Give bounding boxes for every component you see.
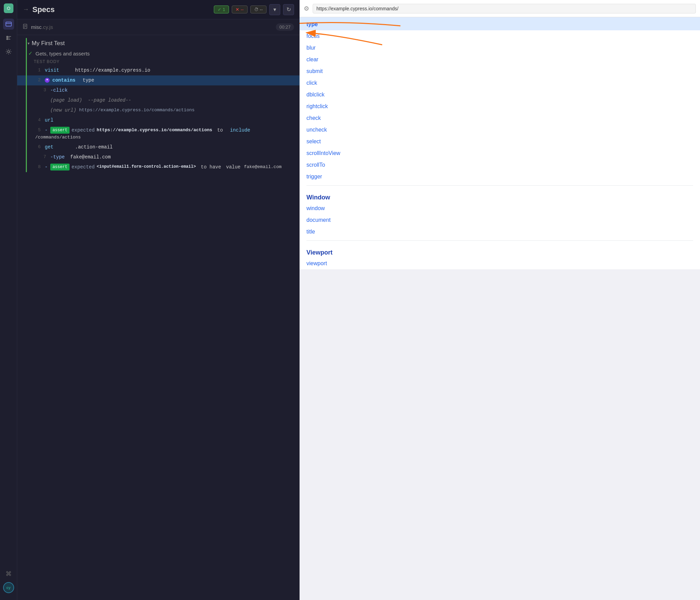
svg-point-6 (7, 37, 8, 39)
commands-panel: type focus blur clear submit click (300, 17, 700, 338)
cmd-row-contains[interactable]: 2 ● contains type (17, 75, 300, 85)
spec-timer: 00:27 (276, 23, 294, 31)
page-title: Specs (32, 5, 55, 14)
back-arrow-icon: → (23, 6, 29, 13)
test-panel: → Specs ✓ 1 ✕ -- ⏱ -- ▾ ↻ (17, 0, 300, 600)
suite-name: My First Test (32, 40, 65, 47)
test-case-name: Gets, types and asserts (35, 51, 90, 56)
test-case-header[interactable]: ✓ Gets, types and asserts (17, 49, 300, 58)
cmd-row-get[interactable]: 6 get .action-email (17, 142, 300, 152)
commands-list-container: type focus blur clear submit click (300, 17, 700, 600)
browser-url-input[interactable] (313, 4, 696, 13)
suite-header[interactable]: ▾ My First Test (17, 38, 300, 49)
spec-filename: misc.cy.js (31, 24, 53, 30)
cmd-item-title[interactable]: title (300, 226, 700, 238)
svg-point-8 (8, 51, 10, 53)
settings-icon[interactable] (3, 46, 14, 57)
pass-check-icon: ✓ (28, 50, 33, 56)
spec-label-row: misc.cy.js 00:27 (17, 19, 300, 35)
test-tree: ▾ My First Test ✓ Gets, types and assert… (17, 35, 300, 600)
viewport-section-header: Viewport (300, 244, 700, 258)
cmd-row-click[interactable]: 3 -click (17, 85, 300, 95)
cypress-logo-icon[interactable]: cy (3, 582, 14, 593)
cmd-row-type[interactable]: 7 -type fake@email.com (17, 152, 300, 162)
svg-point-7 (7, 39, 8, 40)
cmd-item-focus[interactable]: focus (300, 30, 700, 42)
top-header: → Specs ✓ 1 ✕ -- ⏱ -- ▾ ↻ (17, 0, 300, 19)
header-controls: ✓ 1 ✕ -- ⏱ -- ▾ ↻ (214, 4, 294, 15)
cmd-item-check[interactable]: check (300, 112, 700, 124)
cmd-row-url[interactable]: 4 url (17, 115, 300, 125)
window-section-header: Window (300, 188, 700, 203)
app-logo: ⬡ (4, 3, 13, 13)
refresh-button[interactable]: ↻ (283, 4, 294, 15)
cmd-item-submit[interactable]: submit (300, 65, 700, 77)
pin-icon: ● (45, 78, 50, 83)
green-bar (26, 38, 27, 172)
cmd-row-page-load: (page load) --page loaded-- (17, 95, 300, 105)
cmd-item-document[interactable]: document (300, 214, 700, 226)
svg-point-5 (7, 36, 8, 37)
cmd-item-rightclick[interactable]: rightclick (300, 101, 700, 112)
icon-bar: ⬡ ⌘ cy (0, 0, 17, 600)
test-list-icon[interactable] (3, 32, 14, 43)
check-icon: ✓ (218, 7, 221, 12)
cmd-row-new-url: (new url) https://example.cypress.io/com… (17, 105, 300, 115)
cmd-item-click[interactable]: click (300, 77, 700, 89)
cmd-item-dblclick[interactable]: dblclick (300, 89, 700, 101)
test-body-label: TEST BODY (17, 58, 300, 65)
cmd-item-uncheck[interactable]: uncheck (300, 124, 700, 136)
cmd-item-viewport[interactable]: viewport (300, 258, 700, 269)
bottom-gray-area (300, 269, 700, 338)
x-icon: ✕ (236, 7, 239, 12)
browser-bar: ⚙ (300, 0, 700, 17)
browser-nav-icon[interactable] (3, 19, 14, 30)
divider-1 (306, 185, 693, 186)
cmd-item-clear[interactable]: clear (300, 54, 700, 65)
svg-rect-0 (6, 22, 11, 26)
pass-badge: ✓ 1 (214, 6, 229, 13)
chevron-down-icon: ▾ (28, 41, 30, 46)
divider-2 (306, 240, 693, 241)
browser-settings-icon[interactable]: ⚙ (304, 5, 309, 12)
cmd-item-select[interactable]: select (300, 136, 700, 147)
right-panel: ⚙ type focus (300, 0, 700, 600)
keyboard-shortcut-icon[interactable]: ⌘ (3, 568, 14, 579)
cmd-item-trigger[interactable]: trigger (300, 171, 700, 183)
cmd-item-blur[interactable]: blur (300, 42, 700, 54)
cmd-row-assert-value[interactable]: 8 - assert expected <input#email1.form-c… (17, 162, 300, 172)
dropdown-button[interactable]: ▾ (269, 4, 280, 15)
cmd-item-type[interactable]: type (300, 17, 700, 30)
cmd-item-window[interactable]: window (300, 203, 700, 214)
fail-badge: ✕ -- (232, 6, 248, 13)
pending-badge: ⏱ -- (250, 6, 267, 13)
cmd-item-scroll-into-view[interactable]: scrollIntoView (300, 147, 700, 159)
cmd-row-assert-include[interactable]: 5 - assert expected https://example.cypr… (17, 125, 300, 142)
cmd-item-scroll-to[interactable]: scrollTo (300, 159, 700, 171)
cmd-row-visit[interactable]: 1 visit https://example.cypress.io (17, 65, 300, 75)
file-icon (23, 24, 28, 30)
